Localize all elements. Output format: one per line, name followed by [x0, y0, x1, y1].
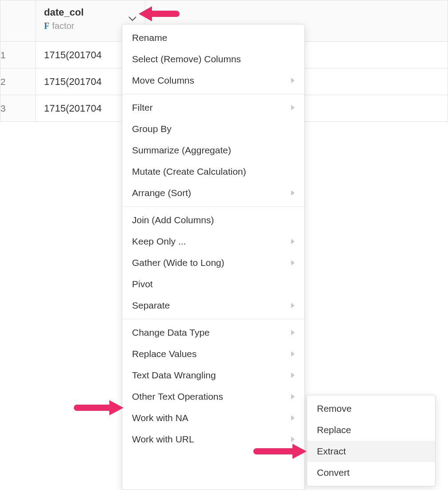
- submenu-item-convert[interactable]: Convert: [307, 462, 435, 483]
- row-number: 2: [0, 68, 36, 95]
- menu-item-mutate[interactable]: Mutate (Create Calculation): [122, 161, 304, 182]
- menu-item-rename[interactable]: Rename: [122, 27, 304, 48]
- menu-item-change-data-type[interactable]: Change Data Type: [122, 322, 304, 343]
- menu-item-label: Replace Values: [132, 349, 197, 359]
- text-wrangling-submenu: Remove Replace Extract Convert: [307, 395, 436, 486]
- menu-item-work-with-url[interactable]: Work with URL: [122, 429, 304, 450]
- chevron-right-icon: [291, 437, 295, 442]
- submenu-item-extract[interactable]: Extract: [307, 441, 435, 462]
- menu-item-label: Keep Only ...: [132, 236, 186, 247]
- chevron-right-icon: [291, 105, 295, 110]
- row-number-header: [0, 0, 36, 42]
- menu-item-join[interactable]: Join (Add Columns): [122, 209, 304, 231]
- menu-item-keep-only[interactable]: Keep Only ...: [122, 231, 304, 252]
- menu-item-label: Replace: [317, 425, 351, 435]
- chevron-right-icon: [291, 330, 295, 335]
- menu-item-label: Change Data Type: [132, 327, 210, 338]
- chevron-down-icon: [128, 16, 137, 22]
- menu-item-label: Separate: [132, 300, 170, 311]
- menu-item-summarize[interactable]: Summarize (Aggregate): [122, 140, 304, 161]
- menu-item-label: Join (Add Columns): [132, 215, 214, 225]
- menu-item-label: Rename: [132, 32, 167, 43]
- chevron-right-icon: [291, 260, 295, 265]
- chevron-right-icon: [291, 303, 295, 308]
- menu-item-label: Move Columns: [132, 75, 194, 86]
- menu-item-label: Convert: [317, 467, 350, 478]
- menu-item-move-columns[interactable]: Move Columns: [122, 70, 304, 91]
- menu-item-separate[interactable]: Separate: [122, 295, 304, 316]
- menu-item-label: Arrange (Sort): [132, 188, 191, 198]
- chevron-right-icon: [291, 239, 295, 244]
- chevron-right-icon: [291, 351, 295, 357]
- menu-item-other-text-operations[interactable]: Other Text Operations: [122, 386, 304, 407]
- menu-item-work-with-na[interactable]: Work with NA: [122, 407, 304, 429]
- column-context-menu: Rename Select (Remove) Columns Move Colu…: [122, 24, 305, 490]
- menu-item-select-remove-columns[interactable]: Select (Remove) Columns: [122, 48, 304, 70]
- row-number: 1: [0, 42, 36, 68]
- type-badge-icon: F: [44, 21, 49, 31]
- menu-item-label: Summarize (Aggregate): [132, 145, 231, 156]
- chevron-right-icon: [291, 190, 295, 196]
- chevron-right-icon: [291, 78, 295, 83]
- menu-item-label: Other Text Operations: [132, 391, 223, 402]
- menu-separator: [122, 94, 304, 94]
- chevron-right-icon: [291, 373, 295, 378]
- menu-item-replace-values[interactable]: Replace Values: [122, 343, 304, 365]
- chevron-right-icon: [291, 415, 295, 421]
- chevron-right-icon: [291, 394, 295, 399]
- menu-item-pivot[interactable]: Pivot: [122, 273, 304, 295]
- menu-item-text-data-wrangling[interactable]: Text Data Wrangling: [122, 365, 304, 386]
- menu-item-label: Select (Remove) Columns: [132, 54, 241, 64]
- submenu-item-remove[interactable]: Remove: [307, 398, 435, 419]
- menu-item-label: Mutate (Create Calculation): [132, 166, 246, 177]
- menu-item-label: Work with URL: [132, 434, 194, 445]
- menu-separator: [122, 206, 304, 207]
- submenu-item-replace[interactable]: Replace: [307, 419, 435, 441]
- menu-separator: [122, 319, 304, 319]
- menu-item-label: Filter: [132, 102, 153, 113]
- menu-item-label: Remove: [317, 403, 352, 414]
- menu-item-gather[interactable]: Gather (Wide to Long): [122, 252, 304, 273]
- menu-item-group-by[interactable]: Group By: [122, 118, 304, 140]
- menu-item-filter[interactable]: Filter: [122, 97, 304, 118]
- menu-item-label: Gather (Wide to Long): [132, 257, 224, 268]
- row-number: 3: [0, 95, 36, 122]
- menu-item-label: Pivot: [132, 279, 153, 289]
- column-name: date_col: [44, 7, 137, 18]
- column-type-label: factor: [52, 21, 74, 31]
- menu-item-label: Group By: [132, 124, 172, 134]
- menu-item-label: Extract: [317, 446, 346, 457]
- menu-item-label: Work with NA: [132, 413, 188, 423]
- column-menu-trigger[interactable]: [128, 16, 137, 22]
- menu-item-arrange[interactable]: Arrange (Sort): [122, 182, 304, 204]
- annotation-arrow-icon: [75, 397, 124, 419]
- menu-item-label: Text Data Wrangling: [132, 370, 216, 381]
